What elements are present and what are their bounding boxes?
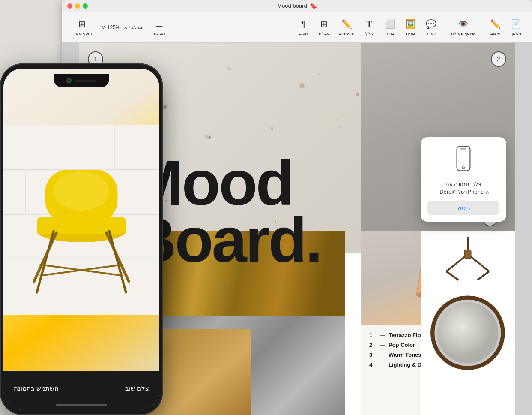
iphone-camera-dot bbox=[66, 78, 72, 83]
iphone-icon bbox=[456, 146, 471, 171]
minimize-button[interactable] bbox=[75, 3, 80, 9]
toolbar-table[interactable]: ⊞ טבלה bbox=[314, 16, 333, 38]
toolbar: 📄 מסמך ✏️ עיצוב 👁️ שיתוף פעולה 💬 הערה 🖼️… bbox=[62, 12, 532, 43]
iphone-camera-popup: צלם תמונה עם ה-iPhone של "Derek" ביטול bbox=[421, 137, 506, 222]
svg-rect-36 bbox=[464, 250, 471, 259]
drawings-icon: ✏️ bbox=[341, 19, 352, 29]
toolbar-comment[interactable]: 💬 הערה bbox=[421, 16, 440, 38]
toolbar-edit[interactable]: ✏️ עיצוב bbox=[486, 16, 505, 38]
toolbar-enter[interactable]: ¶ הכנס bbox=[294, 17, 313, 38]
collaborate-label: שיתוף פעולה bbox=[451, 31, 475, 36]
window-title-emoji: 🔖 bbox=[310, 3, 317, 9]
enter-label: הכנס bbox=[299, 31, 308, 36]
maximize-button[interactable] bbox=[83, 3, 88, 9]
chair-illustration bbox=[3, 69, 159, 371]
iphone-popup-cancel-button[interactable]: ביטול bbox=[427, 201, 499, 215]
svg-point-25 bbox=[248, 191, 253, 195]
text-icon: T bbox=[367, 19, 372, 29]
toolbar-format[interactable]: 📄 מסמך bbox=[506, 16, 525, 38]
view-icon: ☰ bbox=[155, 19, 163, 29]
toolbar-shape[interactable]: ⬜ צורה bbox=[380, 16, 399, 38]
format-label: מסמך bbox=[511, 31, 521, 36]
mirror-area bbox=[421, 231, 515, 415]
toolbar-collaborate[interactable]: 👁️ שיתוף פעולה bbox=[448, 16, 478, 38]
svg-point-26 bbox=[335, 119, 338, 121]
iphone-popup-text: צלם תמונה עם ה-iPhone של "Derek" bbox=[438, 180, 490, 196]
window-title-text: Mood board bbox=[277, 3, 307, 9]
toolbar-divider-1 bbox=[482, 19, 482, 36]
toolbar-right-controls: ⊞ הוסף עמוד ∨ 125% הגדל/הקטן ☰ תצוגה bbox=[69, 16, 169, 38]
svg-point-39 bbox=[437, 302, 499, 364]
svg-point-29 bbox=[356, 93, 359, 96]
toolbar-drawings[interactable]: ✏️ תרשימים bbox=[335, 16, 358, 38]
iphone-home-bar bbox=[56, 404, 107, 406]
table-icon: ⊞ bbox=[320, 19, 328, 29]
table-label: טבלה bbox=[319, 31, 329, 36]
close-button[interactable] bbox=[67, 3, 72, 9]
collaborate-icon: 👁️ bbox=[458, 19, 469, 29]
text-label: מלל bbox=[365, 31, 374, 36]
toolbar-media[interactable]: 🖼️ מדיה bbox=[401, 16, 420, 38]
shape-icon: ⬜ bbox=[385, 19, 395, 29]
enter-icon: ¶ bbox=[301, 19, 306, 29]
svg-point-23 bbox=[299, 83, 305, 88]
iphone-body: השתמש בתמונה צלם שוב bbox=[0, 63, 163, 415]
svg-point-21 bbox=[227, 67, 231, 70]
comment-icon: 💬 bbox=[426, 19, 436, 29]
iphone-screen: השתמש בתמונה צלם שוב bbox=[3, 69, 159, 410]
iphone-device: השתמש בתמונה צלם שוב bbox=[0, 63, 165, 415]
comment-label: הערה bbox=[425, 31, 436, 36]
shape-label: צורה bbox=[385, 31, 395, 36]
toolbar-add-page[interactable]: ⊞ הוסף עמוד bbox=[69, 16, 96, 38]
iphone-photo-content: השתמש בתמונה צלם שוב bbox=[3, 69, 159, 410]
page-number-2: 2 bbox=[491, 51, 506, 67]
add-page-icon: ⊞ bbox=[78, 19, 86, 29]
svg-point-12 bbox=[54, 171, 109, 211]
iphone-use-photo[interactable]: השתמש בתמונה bbox=[14, 385, 59, 392]
mirror-illustration bbox=[429, 237, 506, 409]
svg-line-41 bbox=[477, 271, 489, 280]
toolbar-text[interactable]: T מלל bbox=[360, 17, 379, 38]
drawings-label: תרשימים bbox=[338, 31, 355, 36]
svg-point-27 bbox=[204, 134, 212, 141]
iphone-notch bbox=[54, 74, 109, 87]
zoom-chevron-icon: ∨ bbox=[102, 24, 105, 30]
window-title: Mood board 🔖 bbox=[277, 3, 317, 9]
iphone-retake-photo[interactable]: צלם שוב bbox=[125, 385, 149, 392]
traffic-lights bbox=[67, 3, 88, 9]
zoom-label: הגדל/הקטן bbox=[123, 25, 144, 30]
edit-icon: ✏️ bbox=[490, 19, 501, 29]
title-bar: Mood board 🔖 bbox=[62, 0, 532, 12]
edit-label: עיצוב bbox=[490, 31, 500, 36]
toolbar-view[interactable]: ☰ תצוגה bbox=[150, 16, 169, 38]
svg-line-40 bbox=[446, 271, 458, 280]
view-label: תצוגה bbox=[154, 31, 165, 36]
iphone-speaker bbox=[75, 80, 96, 82]
toolbar-zoom-control[interactable]: ∨ 125% הגדל/הקטן bbox=[99, 23, 146, 32]
zoom-value: 125% bbox=[107, 24, 120, 30]
svg-rect-43 bbox=[460, 148, 466, 149]
svg-point-22 bbox=[271, 127, 273, 130]
format-icon: 📄 bbox=[511, 19, 521, 29]
svg-point-44 bbox=[462, 167, 464, 169]
svg-point-28 bbox=[282, 178, 287, 182]
add-page-label: הוסף עמוד bbox=[72, 31, 92, 36]
media-label: מדיה bbox=[406, 31, 415, 36]
media-icon: 🖼️ bbox=[405, 19, 416, 29]
iphone-photo-area bbox=[3, 69, 159, 371]
iphone-popup-icon bbox=[456, 146, 471, 175]
svg-rect-42 bbox=[457, 147, 470, 171]
toolbar-divider-2 bbox=[444, 19, 444, 36]
